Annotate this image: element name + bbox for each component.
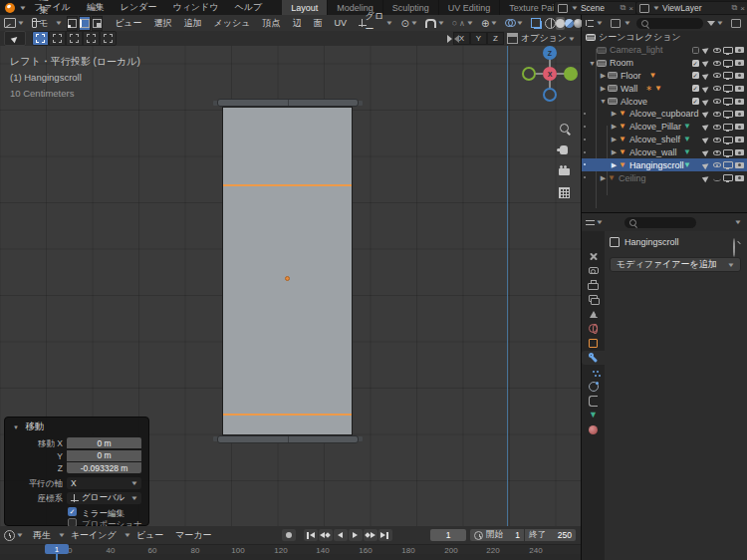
hide-eye-closed-icon[interactable]	[712, 173, 722, 183]
select-mode-invert[interactable]	[83, 31, 100, 46]
outliner-row-room[interactable]: ▼ Room ✓	[582, 57, 747, 70]
render-disable-icon[interactable]	[734, 122, 744, 132]
workspace-tab-sculpting[interactable]: Sculpting	[383, 0, 439, 15]
active-tool-button[interactable]	[4, 31, 26, 46]
menu-select[interactable]: 選択	[148, 17, 178, 30]
render-disable-icon[interactable]	[734, 109, 744, 119]
collapse-arrow-icon[interactable]: ▶	[610, 123, 619, 131]
render-disable-icon[interactable]	[734, 173, 744, 183]
zoom-button[interactable]	[556, 120, 572, 136]
blender-logo-icon[interactable]	[5, 3, 15, 13]
proportional-edit-checkbox[interactable]	[68, 518, 77, 526]
select-mode-extend[interactable]	[49, 31, 66, 46]
menu-edit[interactable]: 編集	[79, 1, 113, 14]
hide-eye-icon[interactable]	[712, 84, 722, 94]
outliner-row-alcove-wall[interactable]: ▶ ▼ Alcove_wall ▼	[582, 146, 747, 159]
tab-render[interactable]	[582, 264, 605, 279]
viewport-disable-icon[interactable]	[723, 135, 733, 144]
outliner-row-alcove-cupboard[interactable]: ▶ ▼ Alcove_cupboard	[582, 108, 747, 121]
viewport-disable-icon[interactable]	[723, 45, 733, 55]
menu-help[interactable]: ヘルプ	[227, 1, 271, 14]
bottom-roller[interactable]	[217, 435, 359, 443]
options-dropdown[interactable]: オプション	[521, 32, 567, 45]
jump-to-start-button[interactable]	[304, 529, 318, 541]
expand-arrow-icon[interactable]: ▼	[588, 60, 597, 67]
current-frame-field[interactable]: 1	[430, 529, 466, 541]
menu-marker[interactable]: マーカー	[169, 529, 217, 542]
outliner-row-alcove[interactable]: ▼ Alcove ✓	[582, 95, 747, 108]
outliner-collection-filter[interactable]: ▼	[607, 15, 634, 31]
move-y-field[interactable]: 0 m	[67, 450, 141, 461]
menu-view[interactable]: ビュー	[109, 17, 147, 30]
play-reverse-button[interactable]	[334, 529, 348, 541]
outliner-sync[interactable]	[727, 15, 747, 31]
collapse-arrow-icon[interactable]: ▶	[610, 136, 619, 143]
unlink-scene-icon[interactable]: ×	[628, 4, 633, 13]
tab-object[interactable]	[582, 336, 605, 351]
proportional-edit-toggle[interactable]: ○ ∧▼	[448, 15, 477, 31]
tab-constraints[interactable]	[582, 394, 605, 409]
outliner-row-camera-light[interactable]: Camera_light	[582, 44, 747, 57]
pin-icon[interactable]	[733, 239, 735, 257]
editor-type-button[interactable]: ▼	[0, 15, 28, 31]
render-disable-icon[interactable]	[734, 45, 744, 55]
tab-object-data[interactable]: ▼	[582, 409, 605, 423]
frame-start-field[interactable]: 開始 1	[470, 529, 524, 541]
properties-options-dropdown[interactable]: ▼	[734, 219, 742, 225]
gizmo-minus-z-ball[interactable]	[543, 88, 557, 102]
menu-render[interactable]: レンダー	[113, 1, 165, 14]
mode-selector[interactable]: 編集モード▼	[28, 15, 66, 31]
vertex-select-button[interactable]	[67, 16, 78, 31]
gizmo-y-ball[interactable]	[564, 67, 578, 81]
top-roller[interactable]	[217, 99, 359, 107]
tab-view-layer[interactable]	[582, 293, 605, 308]
next-keyframe-button[interactable]	[364, 529, 377, 541]
selectable-icon[interactable]	[701, 97, 711, 107]
outliner-row-hangingscroll[interactable]: ▶ ▼ Hangingscroll ▼	[582, 158, 747, 171]
ortho-toggle-button[interactable]	[556, 184, 572, 200]
menu-uv[interactable]: UV	[328, 18, 353, 28]
menu-vertex[interactable]: 頂点	[256, 17, 286, 30]
hide-eye-icon[interactable]	[712, 71, 722, 81]
tab-tool[interactable]	[582, 249, 605, 264]
properties-editor-type-button[interactable]: ▼	[582, 214, 607, 230]
new-view-layer-icon[interactable]: ⧉	[732, 3, 738, 13]
selectable-icon[interactable]	[701, 58, 711, 68]
overlays-dropdown[interactable]: ▼	[501, 15, 527, 31]
collapse-arrow-icon[interactable]: ▶	[610, 148, 619, 156]
move-z-field[interactable]: -0.093328 m	[67, 462, 141, 473]
hide-eye-icon[interactable]	[712, 160, 722, 170]
selectable-icon[interactable]	[701, 147, 711, 157]
menu-edge[interactable]: 辺	[286, 17, 307, 30]
hide-eye-icon[interactable]	[712, 109, 722, 119]
workspace-tab-layout[interactable]: Layout	[282, 0, 328, 15]
gizmo-x-ball[interactable]: X	[543, 67, 557, 81]
selected-edge-top[interactable]	[223, 184, 352, 186]
menu-add[interactable]: 追加	[178, 17, 208, 30]
selectable-icon[interactable]	[701, 71, 711, 81]
orientation-dropdown[interactable]: グロー...▼	[355, 15, 396, 31]
outliner-search-input[interactable]	[636, 18, 703, 29]
outliner-row-wall[interactable]: ▶ Wall ∗ ▼ ✓	[582, 82, 747, 95]
jump-to-end-button[interactable]	[378, 529, 392, 541]
tab-output[interactable]	[582, 278, 605, 293]
tab-material[interactable]	[582, 422, 605, 437]
selectable-icon[interactable]	[701, 135, 711, 144]
pivot-dropdown[interactable]: ⊙▼	[396, 15, 420, 31]
render-disable-icon[interactable]	[734, 135, 744, 144]
selectable-icon[interactable]	[701, 160, 711, 170]
hide-eye-icon[interactable]	[712, 122, 722, 132]
outliner-row-alcove-shelf[interactable]: ▶ ▼ Alcove_shelf ▼	[582, 134, 747, 146]
selectable-icon[interactable]	[701, 84, 711, 94]
menu-keying[interactable]: キーイング	[65, 529, 123, 542]
view-layer-selector[interactable]: ▼ ViewLayer ⧉ ×	[635, 1, 747, 15]
viewport-disable-icon[interactable]	[723, 71, 733, 81]
mirror-edit-checkbox[interactable]: ✓	[68, 507, 77, 516]
exclude-checkbox[interactable]	[690, 45, 700, 55]
render-disable-icon[interactable]	[734, 84, 744, 94]
viewport-disable-icon[interactable]	[723, 147, 733, 157]
scroll-body[interactable]	[222, 107, 353, 435]
outliner-display-mode[interactable]: ▼	[582, 15, 607, 31]
collapse-arrow-icon[interactable]: ▶	[610, 161, 619, 169]
tab-physics[interactable]	[582, 380, 605, 395]
